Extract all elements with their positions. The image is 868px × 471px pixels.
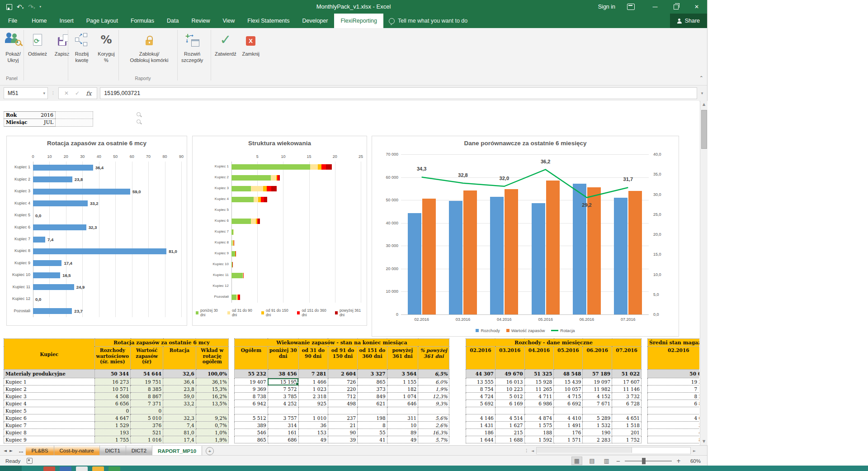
tab-flexireporting[interactable]: FlexiReporting <box>334 14 383 28</box>
tab-formulas[interactable]: Formulas <box>124 14 160 28</box>
cell[interactable]: 44 307 <box>466 370 495 378</box>
cell[interactable]: 6 871 <box>648 400 700 407</box>
cell[interactable]: 1 155 <box>387 378 418 385</box>
sheet-nav-left-icon[interactable]: ◄ <box>4 448 7 453</box>
cell[interactable] <box>235 407 268 414</box>
cell[interactable]: 182 <box>387 385 418 393</box>
cell[interactable]: 54 644 <box>131 370 163 378</box>
cell[interactable]: 5,7% <box>418 436 449 443</box>
cell[interactable]: 15 439 <box>554 378 583 385</box>
taskbar[interactable] <box>0 466 868 471</box>
cell[interactable]: 21 <box>328 422 357 429</box>
cell[interactable]: 38 456 <box>268 370 298 378</box>
cell[interactable]: 4 711 <box>524 393 554 400</box>
enter-icon[interactable]: ✓ <box>75 90 80 96</box>
cell[interactable]: 153 <box>298 429 328 436</box>
cell[interactable]: 1 688 <box>495 436 524 443</box>
cell[interactable] <box>495 407 524 414</box>
view-normal-icon[interactable]: ▦ <box>571 457 582 465</box>
cell[interactable]: 15,3% <box>196 385 228 393</box>
cell[interactable]: 51 022 <box>612 370 642 378</box>
cell[interactable]: 1 575 <box>524 422 554 429</box>
zoom-level[interactable]: 60% <box>685 458 701 464</box>
cell[interactable]: 5,6% <box>418 414 449 422</box>
tab-view[interactable]: View <box>216 14 241 28</box>
cell[interactable]: 0,7% <box>196 422 228 429</box>
cell[interactable]: 15 928 <box>524 378 554 385</box>
cell[interactable]: 81,0 <box>163 429 196 436</box>
vertical-scrollbar[interactable]: ▲ ▼ <box>700 101 708 445</box>
cell[interactable]: 6 728 <box>612 400 642 407</box>
cell[interactable]: 176 <box>554 429 583 436</box>
cell[interactable]: 16,2% <box>196 393 228 400</box>
cell[interactable]: 19 386 <box>648 378 700 385</box>
row-name-cell[interactable]: Kupiec 7 <box>4 422 95 429</box>
cell[interactable]: 373 <box>648 422 700 429</box>
cell[interactable]: 6,5% <box>418 370 449 378</box>
cell[interactable]: 1 491 <box>554 422 583 429</box>
start-button-sliver[interactable] <box>0 466 22 471</box>
share-button[interactable]: Share <box>670 14 707 28</box>
cell[interactable]: 17 607 <box>612 378 642 385</box>
tab-file[interactable]: File <box>0 14 25 28</box>
cell[interactable] <box>196 407 228 414</box>
expand-formula-bar-icon[interactable]: ▾ <box>697 91 707 95</box>
cell[interactable]: 16 273 <box>94 378 131 385</box>
koryguj-procent-button[interactable]: % Koryguj% <box>94 28 118 75</box>
cell[interactable]: 186 <box>466 429 495 436</box>
chart-dane-porownawcze[interactable]: Dane porównawcze za ostatnie 6 miesięcy … <box>372 136 679 337</box>
cell[interactable]: 7 371 <box>131 400 163 407</box>
chart-struktura-wiekowania[interactable]: Struktura wiekowania 510152025Kupiec 1Ku… <box>192 136 367 326</box>
row-name-cell[interactable]: Kupiec 1 <box>4 378 95 385</box>
scroll-up-icon[interactable]: ▲ <box>700 101 708 108</box>
cell[interactable]: 925 <box>298 400 328 407</box>
cell[interactable]: 3 757 <box>268 414 298 422</box>
name-box-dropdown-icon[interactable]: ▾ <box>43 91 47 95</box>
cell[interactable]: 1 752 <box>612 436 642 443</box>
cell[interactable]: 190 <box>583 429 612 436</box>
restore-button[interactable] <box>665 0 686 14</box>
cell[interactable]: 4 617 <box>648 414 700 422</box>
formula-input[interactable]: 15195,003721 <box>100 87 697 99</box>
cell[interactable] <box>298 407 328 414</box>
cell[interactable]: 376 <box>131 422 163 429</box>
add-sheet-button[interactable]: + <box>206 447 214 455</box>
cell[interactable] <box>358 407 387 414</box>
cell[interactable]: 237 <box>328 414 357 422</box>
cell[interactable]: 4 647 <box>94 414 131 422</box>
cell[interactable]: 1 010 <box>298 414 328 422</box>
collapse-ribbon-icon[interactable]: ⌃ <box>699 75 703 81</box>
cell[interactable]: 48 548 <box>554 370 583 378</box>
cell[interactable] <box>648 407 700 414</box>
cell[interactable]: 4 252 <box>268 400 298 407</box>
cell[interactable]: 1 074 <box>387 393 418 400</box>
cell[interactable]: 621 <box>358 400 387 407</box>
row-name-cell[interactable]: Kupiec 6 <box>4 414 95 422</box>
cell[interactable]: 100,0% <box>196 370 228 378</box>
cell[interactable] <box>163 407 196 414</box>
tab-home[interactable]: Home <box>25 14 53 28</box>
cell[interactable]: 19 751 <box>131 378 163 385</box>
cell[interactable]: 55 232 <box>235 370 268 378</box>
cell[interactable]: 311 <box>387 414 418 422</box>
tab-insert[interactable]: Insert <box>53 14 80 28</box>
view-page-layout-icon[interactable]: ▤ <box>587 457 597 465</box>
cell[interactable]: 50 666 <box>648 370 700 378</box>
cell[interactable] <box>418 407 449 414</box>
cell[interactable]: 1,0% <box>196 429 228 436</box>
name-box[interactable]: M51▾ <box>4 87 48 99</box>
cell[interactable]: 12,3% <box>418 393 449 400</box>
cell[interactable]: 41 <box>358 436 387 443</box>
cell[interactable]: 7 671 <box>583 400 612 407</box>
horizontal-scroll-thumb[interactable] <box>537 447 632 453</box>
cell[interactable]: 1 016 <box>131 436 163 443</box>
cell[interactable]: 7,4 <box>163 422 196 429</box>
hscroll-left-icon[interactable]: ◄ <box>529 446 536 456</box>
cell[interactable]: 6 692 <box>554 400 583 407</box>
cell[interactable]: 5 012 <box>495 393 524 400</box>
cell[interactable]: 90 <box>328 429 357 436</box>
cell[interactable]: 8 230 <box>648 393 700 400</box>
zamknij-button[interactable]: X Zamknij <box>239 28 263 75</box>
cell[interactable]: 10 057 <box>554 385 583 393</box>
cell[interactable] <box>612 407 642 414</box>
